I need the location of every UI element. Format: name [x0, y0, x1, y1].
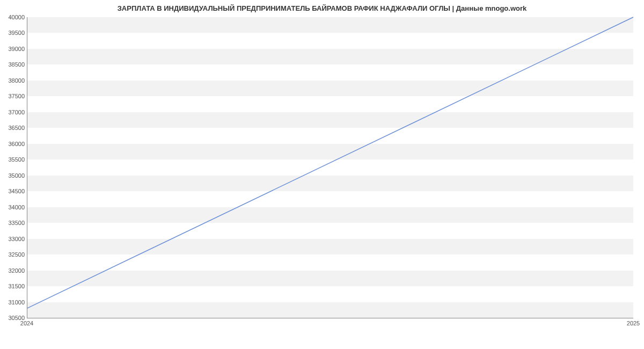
y-tick-label: 33000: [3, 236, 25, 242]
y-tick-label: 38500: [3, 61, 25, 68]
y-tick-label: 31000: [3, 299, 25, 306]
y-tick-label: 32500: [3, 251, 25, 258]
y-tick-label: 37000: [3, 109, 25, 115]
y-tick-label: 37500: [3, 93, 25, 99]
chart-container: ЗАРПЛАТА В ИНДИВИДУАЛЬНЫЙ ПРЕДПРИНИМАТЕЛ…: [0, 0, 644, 349]
y-tick-label: 39500: [3, 30, 25, 36]
data-line: [27, 17, 633, 308]
y-tick-label: 31500: [3, 283, 25, 289]
x-tick-label: 2025: [627, 320, 640, 326]
chart-title: ЗАРПЛАТА В ИНДИВИДУАЛЬНЫЙ ПРЕДПРИНИМАТЕЛ…: [0, 0, 644, 12]
y-tick-label: 36500: [3, 125, 25, 131]
y-tick-label: 36000: [3, 141, 25, 147]
y-axis-line: [27, 17, 27, 318]
chart-line-svg: [27, 17, 633, 318]
y-tick-label: 32000: [3, 267, 25, 274]
y-tick-label: 39000: [3, 46, 25, 52]
y-tick-label: 35000: [3, 172, 25, 179]
y-tick-label: 33500: [3, 220, 25, 226]
plot-area: [27, 17, 633, 318]
y-tick-label: 38000: [3, 77, 25, 84]
x-tick-label: 2024: [20, 320, 33, 326]
y-tick-label: 34000: [3, 204, 25, 210]
x-axis-line: [27, 318, 633, 318]
y-tick-label: 40000: [3, 14, 25, 20]
y-tick-label: 35500: [3, 156, 25, 163]
y-tick-label: 34500: [3, 188, 25, 194]
